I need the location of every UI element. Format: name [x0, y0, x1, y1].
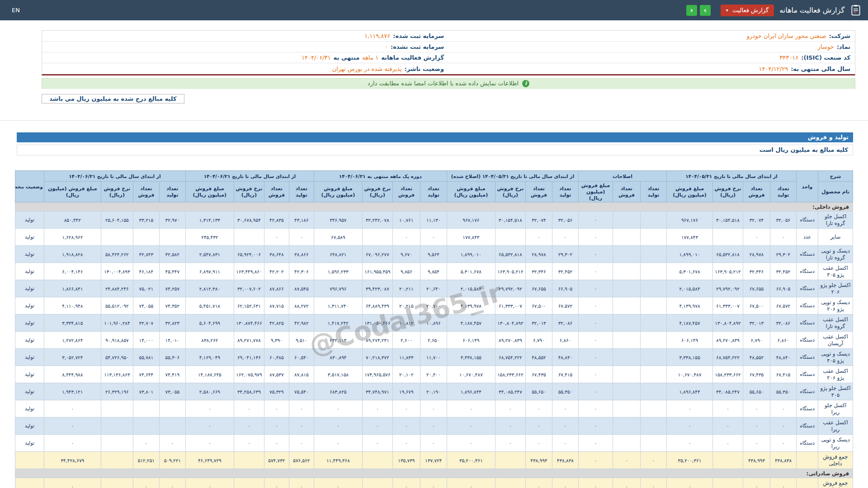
value-cell: ۰	[578, 349, 613, 366]
next-report-button[interactable]: ›	[700, 5, 711, 16]
report-type-button[interactable]: گزارش فعالیت ▾	[721, 5, 774, 16]
group-header-cell: از ابتدای سال مالی تا تاریخ ۱۴۰۴/۰۵/۳۱	[666, 171, 796, 182]
value-cell: ۳۵,۲۰۰,۳۶۱	[447, 452, 495, 469]
report-period-prefix: گزارش فعالیت ماهانه	[381, 54, 444, 61]
value-cell: ۰	[770, 418, 797, 435]
product-name-cell: اکسل عقب پژو ۲۰۶	[818, 366, 853, 383]
section-title-bar: تولید و فروش	[17, 132, 853, 142]
value-cell: ۰	[420, 418, 447, 435]
value-cell: ۰	[525, 435, 552, 452]
value-cell: ۰	[44, 435, 101, 452]
value-cell: ۴۲,۸۳۵	[264, 211, 289, 229]
value-cell: ۶۷,۰۹۶,۲۷۷	[362, 246, 392, 263]
value-cell: ۶۷,۵۸۹	[314, 229, 362, 246]
value-cell	[613, 280, 640, 297]
value-cell: ۰	[495, 418, 525, 435]
value-cell: ۰	[392, 229, 420, 246]
table-wrap: @Codal365_ir شرحواحداز ابتدای سال مالی ت…	[17, 170, 853, 488]
value-cell: ۲۵,۶۰۴,۱۵۵	[101, 211, 133, 229]
value-cell: ۱,۵۹۶,۲۳۳	[314, 263, 362, 280]
company-name-link[interactable]: صنعتي محور سازان ايران خودرو	[747, 33, 826, 39]
value-cell: ۸۹,۲۷۴,۲۳۱	[362, 332, 392, 349]
value-cell: ۹۶۷,۱۷۶	[447, 211, 495, 229]
value-cell: ۴۸,۵۵۲	[525, 349, 552, 366]
value-cell: ۰	[578, 280, 613, 297]
value-cell: ۰	[44, 418, 101, 435]
value-cell: ۷۹۶,۷۹۶	[314, 280, 362, 297]
report-nav-buttons: › ‹	[686, 5, 711, 16]
value-cell: ۶۱,۳۳۳,۰۰۷	[495, 297, 525, 314]
value-cell: ۹,۵۶۴	[420, 246, 447, 263]
value-cell: ۱,۲۷۲,۸۶۴	[44, 332, 101, 349]
value-cell	[640, 211, 666, 229]
status-cell: تولید	[15, 400, 44, 418]
value-cell: ۶,۷۹۰	[743, 332, 770, 349]
language-en-button[interactable]: EN	[12, 7, 20, 14]
value-cell	[613, 400, 640, 418]
value-cell: ۰	[362, 418, 392, 435]
value-cell: ۰	[552, 400, 578, 418]
value-cell: ۰	[495, 435, 525, 452]
value-cell: ۰	[185, 418, 234, 435]
table-row: اکسل عقب آریساندستگاه۶,۸۶۰۶,۷۹۰۸۹,۲۷۰,۸۳…	[15, 332, 853, 349]
value-cell: ۶۴۸,۸۲۱	[314, 246, 362, 263]
group-header-cell: اصلاحات	[578, 171, 666, 182]
value-cell: ۱,۳۱۱,۷۴۰	[314, 297, 362, 314]
value-cell: ۰	[578, 400, 613, 418]
table-row: اکسل جلو پژو ۴۰۵دستگاه۵۵,۳۵۰۵۵,۶۵۰۳۴,۰۸۵…	[15, 383, 853, 400]
value-cell: ۱۵۸,۲۳۳,۶۶۲	[495, 366, 525, 383]
page-divider	[0, 120, 868, 121]
value-cell: ۵,۳۰۱,۶۷۸	[666, 263, 712, 280]
value-cell: ۰	[578, 332, 613, 349]
group-header-cell: از ابتدای سال مالی تا تاریخ ۱۴۰۴/۰۵/۳۱ (…	[447, 171, 578, 182]
issuer-status-field: وضعیت ناشر: پذيرفته شده در بورس تهران	[42, 66, 448, 72]
value-cell: ۰	[525, 400, 552, 418]
value-cell: ۳۸,۸۶۶	[289, 246, 314, 263]
value-cell: ۰	[578, 366, 613, 383]
group-header-cell: از ابتدای سال مالی تا تاریخ ۱۴۰۳/۰۶/۳۱	[44, 171, 185, 182]
info-row-symbol: نماد: خوساز سرمایه ثبت نشده: ۰	[42, 42, 855, 52]
value-cell: ۱۶۳,۹۰۵,۲۱۲	[495, 263, 525, 280]
value-cell: ۰	[159, 435, 185, 452]
value-cell	[133, 229, 159, 246]
product-name-cell: سایر	[818, 229, 853, 246]
qty-sold-header-cell: تعداد فروش	[525, 182, 552, 202]
value-cell: ۱,۹۱۸,۸۲۸	[44, 246, 101, 263]
registered-capital-label: سرمایه ثبت شده:	[393, 33, 444, 39]
product-name-cell: اکسل جلو ریرا	[818, 400, 853, 418]
value-cell: ۰	[525, 229, 552, 246]
value-cell: ۵۵,۶۵۰	[743, 383, 770, 400]
value-cell: ۴,۱۸۷,۴۵۷	[447, 314, 495, 332]
value-cell: ۳۴۶,۹۵۷	[314, 211, 362, 229]
value-cell: ۰	[44, 478, 101, 488]
value-cell: ۵۷۶,۵۶۲	[289, 452, 314, 469]
unregistered-capital-field: سرمایه ثبت نشده: ۰	[42, 43, 448, 50]
value-cell: ۳۰,۱۵۴,۵۱۸	[713, 211, 743, 229]
symbol-value: خوساز	[818, 43, 834, 50]
unit-cell: دستگاه	[797, 263, 818, 280]
value-cell: ۲,۸۱۲,۳۸۰	[185, 280, 234, 297]
table-row: اکسل عقب ریرادستگاه۰۰۰۰۰۰۰۰۰۰۰۰۰۰۰۰۰۰تول…	[15, 418, 853, 435]
fiscal-year-label: سال مالی منتهی به:	[791, 66, 850, 72]
product-name-cell: دیسک و توپی گروه تارا	[818, 246, 853, 263]
value-cell: ۴۸,۸۴۰	[552, 349, 578, 366]
value-cell: ۶۵,۵۳۲,۸۱۸	[495, 246, 525, 263]
value-cell: ۲۸,۹۷۸	[525, 246, 552, 263]
value-cell: ۰	[185, 400, 234, 418]
value-cell: ۱,۸۹۹,۰۱۰	[447, 246, 495, 263]
value-cell: ۲۰,۶۴۰	[420, 280, 447, 297]
amount-header-cell: مبلغ فروش (میلیون ریال)	[447, 182, 495, 202]
value-cell: ۱۳۵,۷۳۹	[392, 452, 420, 469]
product-header-cell: نام محصول	[818, 182, 853, 202]
product-name-cell: دیسک و توپی پژو ۴۰۵	[818, 349, 853, 366]
report-period-months: ۱ ماهه	[362, 54, 378, 61]
value-cell	[613, 246, 640, 263]
value-cell: ۶۲,۱۵۲,۶۳۱	[234, 297, 264, 314]
value-cell: ۰	[234, 400, 264, 418]
value-cell: ۰	[314, 478, 362, 488]
value-cell: ۴۸,۸۴۰	[770, 349, 797, 366]
value-cell: ۰	[314, 418, 362, 435]
table-subheader-row: نام محصولتعداد تولیدتعداد فروشنرخ فروش (…	[15, 182, 853, 202]
value-cell: ۳۲,۰۵۶	[552, 211, 578, 229]
prev-report-button[interactable]: ‹	[686, 5, 697, 16]
